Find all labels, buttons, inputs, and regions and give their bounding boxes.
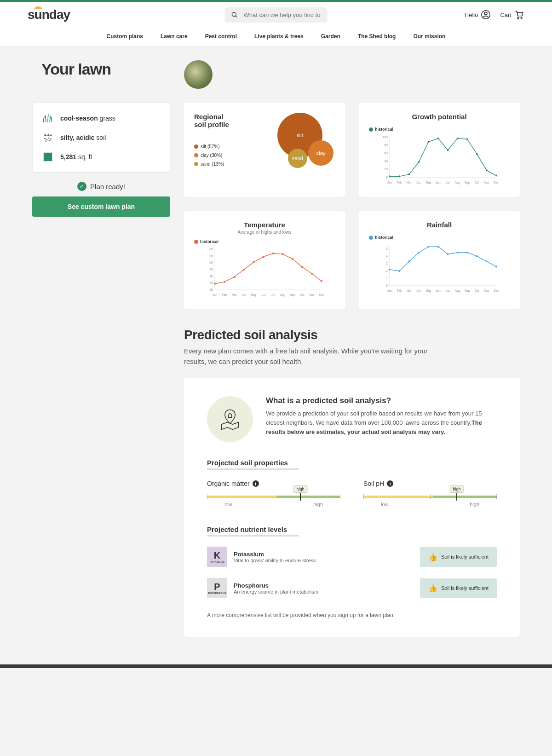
svg-text:Feb: Feb [397, 289, 402, 292]
svg-text:Sep: Sep [290, 293, 295, 297]
svg-point-70 [243, 269, 245, 271]
area-icon [42, 151, 54, 163]
svg-point-10 [45, 140, 46, 142]
svg-point-36 [408, 173, 410, 175]
thumbs-up-icon: 👍 [428, 584, 437, 593]
nav-lawn-care[interactable]: Lawn care [161, 33, 188, 40]
svg-point-11 [49, 140, 50, 141]
logo[interactable]: sunday [28, 7, 70, 22]
svg-point-109 [486, 260, 488, 262]
svg-text:Feb: Feb [397, 181, 402, 184]
nutrient-row-phosphorus: PPhosphorus PhosphorusAn energy source i… [207, 578, 497, 598]
rainfall-chart: 012345JanFebMarAprMayJunJulAugSepOctNovD… [369, 242, 510, 293]
svg-text:Apr: Apr [242, 293, 247, 297]
svg-text:Apr: Apr [416, 181, 421, 185]
svg-text:Jan: Jan [213, 293, 218, 296]
chart-title: Growth potential [369, 113, 510, 121]
nav-live-plants[interactable]: Live plants & trees [254, 33, 304, 40]
svg-text:Oct: Oct [300, 293, 305, 296]
svg-text:5: 5 [386, 247, 388, 250]
nav-pest-control[interactable]: Pest control [205, 33, 237, 40]
info-icon[interactable]: i [253, 480, 259, 487]
svg-point-4 [518, 17, 519, 19]
svg-point-45 [495, 175, 497, 177]
svg-point-37 [418, 162, 420, 163]
svg-line-1 [236, 16, 237, 17]
svg-text:20: 20 [209, 288, 213, 291]
svg-text:Oct: Oct [475, 181, 479, 184]
nav-garden[interactable]: Garden [321, 33, 340, 40]
nav-shed-blog[interactable]: The Shed blog [358, 33, 396, 40]
search-input[interactable] [244, 12, 321, 18]
lawn-summary-card: cool-season grass silty, acidic soil 5,2… [32, 103, 170, 173]
info-icon[interactable]: i [387, 480, 393, 487]
prop-soil-ph: Soil pH [363, 480, 384, 487]
grass-icon [42, 112, 54, 124]
svg-text:80: 80 [209, 248, 213, 251]
svg-text:Jul: Jul [446, 289, 450, 292]
hello-link[interactable]: Hello [465, 10, 491, 20]
svg-point-104 [437, 246, 439, 248]
chart-subtitle: Average of highs and lows [194, 230, 335, 235]
props-heading: Projected soil properties [207, 459, 497, 467]
footnote: A more comprehensive list will be provid… [207, 612, 497, 618]
svg-point-39 [437, 138, 439, 139]
svg-point-108 [476, 255, 478, 257]
status-badge: 👍Soil is likely sufficient [420, 547, 497, 567]
svg-text:Aug: Aug [280, 293, 286, 297]
svg-point-78 [321, 280, 322, 282]
nav-custom-plans[interactable]: Custom plans [107, 33, 143, 40]
svg-text:1: 1 [386, 277, 388, 280]
temperature-chart: 20304050607080JanFebMarAprMayJunJulAugSe… [194, 247, 335, 297]
svg-text:Dec: Dec [494, 181, 499, 184]
svg-text:Mar: Mar [407, 289, 412, 292]
svg-text:Sep: Sep [465, 289, 470, 293]
nutrient-row-potassium: KPotassium PotassiumVital to grass' abil… [207, 547, 497, 567]
soil-ph-gauge: high lowhigh [363, 496, 497, 507]
svg-point-100 [398, 270, 400, 272]
svg-point-74 [282, 253, 284, 255]
svg-point-103 [427, 246, 429, 248]
what-is-heading: What is a predicted soil analysis? [266, 396, 497, 405]
svg-point-5 [521, 17, 522, 19]
svg-text:3: 3 [386, 262, 388, 265]
svg-text:Jun: Jun [436, 181, 441, 184]
svg-point-106 [457, 252, 459, 254]
svg-point-6 [44, 138, 46, 139]
organic-matter-gauge: high lowhigh [207, 496, 340, 507]
svg-text:Mar: Mar [407, 181, 412, 184]
svg-text:40: 40 [384, 160, 388, 163]
svg-text:Nov: Nov [484, 181, 489, 184]
svg-text:0: 0 [386, 176, 388, 179]
nav-our-mission[interactable]: Our mission [413, 33, 445, 40]
svg-text:Jan: Jan [387, 289, 392, 292]
svg-rect-12 [44, 153, 52, 161]
main-nav: Custom plans Lawn care Pest control Live… [0, 28, 552, 46]
svg-text:Jun: Jun [261, 293, 266, 296]
svg-point-7 [46, 139, 47, 140]
svg-text:Oct: Oct [475, 289, 479, 292]
cart-link[interactable]: Cart [500, 10, 524, 20]
svg-text:Jul: Jul [271, 293, 275, 296]
chart-title: Temperature [194, 221, 335, 229]
prop-organic-matter: Organic matter [207, 480, 250, 487]
search-box[interactable] [225, 7, 328, 23]
svg-point-101 [408, 260, 410, 262]
aerial-photo [184, 60, 213, 89]
growth-card: Growth potential historical 020406080100… [359, 103, 520, 197]
svg-point-35 [398, 175, 400, 177]
svg-text:Dec: Dec [494, 289, 499, 292]
analysis-heading: Predicted soil analysis [184, 328, 520, 342]
svg-text:Nov: Nov [484, 289, 489, 292]
see-plan-button[interactable]: See custom lawn plan [32, 196, 170, 217]
svg-point-110 [495, 265, 497, 267]
status-badge: 👍Soil is likely sufficient [420, 578, 497, 598]
svg-point-41 [457, 138, 459, 139]
plan-ready-status: ✓ Plan ready! [32, 182, 170, 191]
cart-icon [514, 10, 524, 20]
svg-point-40 [447, 149, 449, 151]
svg-point-42 [466, 138, 468, 140]
svg-text:May: May [251, 293, 257, 297]
svg-text:Sep: Sep [465, 181, 470, 185]
svg-point-105 [447, 253, 449, 255]
